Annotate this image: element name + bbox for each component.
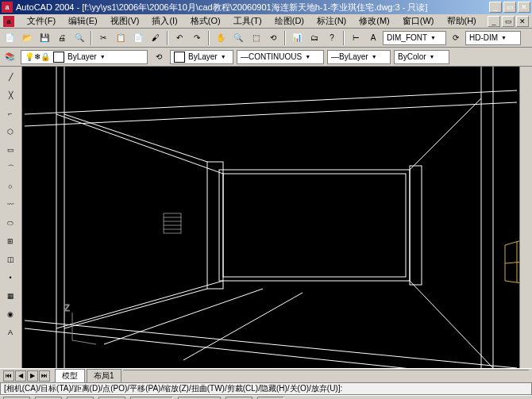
menu-insert[interactable]: 插入(I) <box>148 15 180 27</box>
color-dropdown[interactable]: ByLayer <box>170 50 233 64</box>
layer-dropdown[interactable]: 💡❄🔒ByLayer <box>21 50 148 64</box>
xline-button[interactable]: ╳ <box>2 86 19 104</box>
zoom-window-button[interactable]: ⬚ <box>248 30 264 46</box>
dim-linear-button[interactable]: ⊢ <box>348 30 364 46</box>
menu-file[interactable]: 文件(F) <box>24 15 59 27</box>
plotstyle-dropdown[interactable]: ByColor <box>394 50 449 64</box>
tab-last-button[interactable]: ⏭ <box>39 370 50 382</box>
pline-button[interactable]: ⌐ <box>2 105 19 122</box>
zoom-prev-button[interactable]: ⟲ <box>265 30 281 46</box>
point-button[interactable]: • <box>2 269 19 286</box>
print-button[interactable]: 🖨 <box>54 30 70 46</box>
menu-tools[interactable]: 工具(T) <box>230 15 265 27</box>
rect-button[interactable]: ▭ <box>2 141 19 159</box>
layer-props-button[interactable]: 📚 <box>2 49 17 65</box>
drawing-viewport[interactable]: Z <box>22 67 519 368</box>
doc-restore-button[interactable]: ▭ <box>502 16 515 27</box>
menu-format[interactable]: 格式(O) <box>187 15 224 27</box>
draw-toolbar: ╱ ╳ ⌐ ⬡ ▭ ⌒ ○ 〰 ⬭ ⊞ ◫ • ▦ ◉ A <box>0 67 22 368</box>
doc-minimize-button[interactable]: _ <box>488 16 500 27</box>
status-polar[interactable]: 极轴 <box>98 397 125 400</box>
tab-layout1[interactable]: 布局1 <box>87 369 121 382</box>
app-icon: a <box>2 2 13 13</box>
tab-first-button[interactable]: ⏮ <box>3 370 14 382</box>
layout-tabs: ⏮ ◀ ▶ ⏭ 模型 布局1 <box>0 368 532 382</box>
main-area: ╱ ╳ ⌐ ⬡ ▭ ⌒ ○ 〰 ⬭ ⊞ ◫ • ▦ ◉ A <box>0 67 532 368</box>
minimize-button[interactable]: _ <box>489 2 502 13</box>
tab-prev-button[interactable]: ◀ <box>15 370 26 382</box>
status-otrack[interactable]: 对象追踪 <box>178 397 221 400</box>
svg-line-13 <box>410 281 493 368</box>
doc-close-button[interactable]: ✕ <box>516 16 529 27</box>
help-button[interactable]: ? <box>324 30 340 46</box>
cut-button[interactable]: ✂ <box>95 30 111 46</box>
dim-update-button[interactable]: ⟳ <box>448 30 464 46</box>
dc-button[interactable]: 🗂 <box>306 30 322 46</box>
svg-line-28 <box>72 340 96 344</box>
close-button[interactable]: ✕ <box>518 2 530 13</box>
arc-button[interactable]: ⌒ <box>2 159 19 177</box>
redo-button[interactable]: ↷ <box>189 30 205 46</box>
pan-button[interactable]: ✋ <box>213 30 229 46</box>
ellipse-button[interactable]: ⬭ <box>2 214 19 232</box>
match-button[interactable]: 🖌 <box>148 30 164 46</box>
layer-prev-button[interactable]: ⟲ <box>151 49 167 65</box>
save-button[interactable]: 💾 <box>37 30 52 46</box>
dim-style-dropdown[interactable]: DIM_FONT <box>383 31 446 45</box>
insert-button[interactable]: ⊞ <box>2 232 19 250</box>
menu-draw[interactable]: 绘图(D) <box>272 15 307 27</box>
undo-button[interactable]: ↶ <box>172 30 187 46</box>
svg-line-2 <box>25 320 517 368</box>
menu-view[interactable]: 视图(V) <box>107 15 143 27</box>
svg-line-1 <box>25 102 517 126</box>
properties-button[interactable]: 📊 <box>289 30 305 46</box>
dim-type-dropdown[interactable]: HD-DIM <box>465 31 521 45</box>
spline-button[interactable]: 〰 <box>2 196 19 213</box>
title-text: AutoCAD 2004 - [f:\yy\ys1\2006年\2006年10月… <box>16 2 489 13</box>
hatch-button[interactable]: ▦ <box>2 287 19 305</box>
circle-button[interactable]: ○ <box>2 178 19 195</box>
svg-text:Z: Z <box>64 303 70 313</box>
status-lwt[interactable]: 线宽 <box>226 397 253 400</box>
menu-bar: a 文件(F) 编辑(E) 视图(V) 插入(I) 格式(O) 工具(T) 绘图… <box>0 14 532 29</box>
horizontal-scrollbar[interactable] <box>123 370 529 382</box>
tab-model[interactable]: 模型 <box>55 369 85 382</box>
svg-line-15 <box>64 114 207 162</box>
properties-toolbar: 📚 💡❄🔒ByLayer ⟲ ByLayer — CONTINUOUS — By… <box>0 48 532 67</box>
mtext-button[interactable]: A <box>2 324 19 341</box>
open-button[interactable]: 📂 <box>19 30 35 46</box>
tab-next-button[interactable]: ▶ <box>27 370 38 382</box>
menu-help[interactable]: 帮助(H) <box>444 15 480 27</box>
line-button[interactable]: ╱ <box>2 68 19 86</box>
maximize-button[interactable]: ▭ <box>503 2 516 13</box>
new-button[interactable]: 📄 <box>2 30 17 46</box>
menu-modify[interactable]: 修改(M) <box>356 15 393 27</box>
svg-line-3 <box>25 328 517 368</box>
paste-button[interactable]: 📄 <box>130 30 146 46</box>
svg-rect-20 <box>164 213 181 233</box>
menu-edit[interactable]: 编辑(E) <box>65 15 101 27</box>
linetype-dropdown[interactable]: — CONTINUOUS <box>237 50 324 64</box>
preview-button[interactable]: 🔍 <box>71 30 87 46</box>
status-grid[interactable]: 栅格 <box>35 397 62 400</box>
menu-dim[interactable]: 标注(N) <box>314 15 349 27</box>
polygon-button[interactable]: ⬡ <box>2 123 19 140</box>
region-button[interactable]: ◉ <box>2 305 19 323</box>
status-osnap[interactable]: 对象捕捉 <box>130 397 173 400</box>
svg-line-16 <box>64 289 207 328</box>
status-snap[interactable]: 捕捉 <box>3 397 30 400</box>
svg-line-12 <box>56 281 223 328</box>
block-button[interactable]: ◫ <box>2 251 19 268</box>
text-button[interactable]: A <box>365 30 381 46</box>
menu-window[interactable]: 窗口(W) <box>399 15 438 27</box>
lineweight-dropdown[interactable]: — ByLayer <box>327 50 391 64</box>
command-line[interactable]: [相机(CA)/目标(TA)/距离(D)/点(PO)/平移(PA)/缩放(Z)/… <box>0 382 532 395</box>
svg-rect-17 <box>410 166 422 285</box>
svg-line-0 <box>25 90 517 114</box>
zoom-button[interactable]: 🔍 <box>230 30 246 46</box>
status-model[interactable]: 模型 <box>257 397 284 400</box>
status-ortho[interactable]: 正交 <box>67 397 94 400</box>
vertical-scrollbar[interactable] <box>519 67 532 368</box>
copy-button[interactable]: 📋 <box>113 30 129 46</box>
svg-rect-8 <box>223 174 406 277</box>
